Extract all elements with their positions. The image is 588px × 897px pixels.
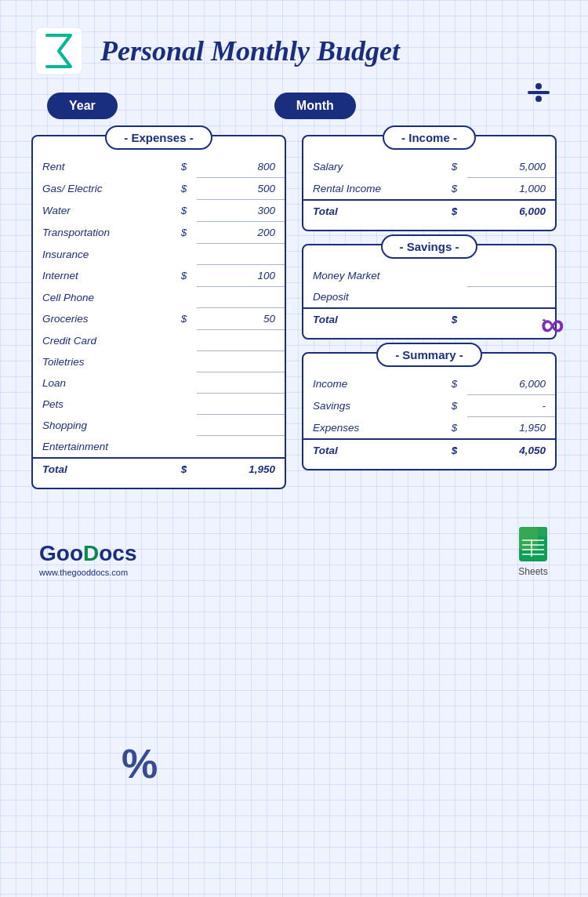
row-label: Deposit (303, 286, 442, 308)
row-amount: 1,950 (467, 417, 555, 440)
income-box: - Income - Salary $ 5,000 Rental Income … (302, 135, 557, 231)
row-dollar: $ (442, 395, 467, 417)
row-dollar (172, 372, 197, 394)
page: Personal Monthly Budget Year Month - Exp… (0, 0, 588, 897)
row-amount: 50 (197, 308, 285, 330)
row-label: Money Market (303, 265, 442, 286)
svg-rect-9 (522, 554, 544, 555)
row-dollar: $ (172, 178, 197, 200)
right-column: - Income - Salary $ 5,000 Rental Income … (302, 135, 557, 483)
row-dollar: $ (442, 373, 467, 395)
footer: GooDocs www.thegooddocs.com Sheets (31, 525, 557, 577)
table-row: Toiletries (33, 351, 285, 372)
row-amount: 6,000 (467, 373, 555, 395)
brand-url: www.thegooddocs.com (39, 568, 136, 577)
summary-table: Income $ 6,000 Savings $ - Expenses $ 1,… (303, 373, 555, 461)
row-amount (197, 436, 285, 458)
expenses-header: - Expenses - (33, 125, 285, 150)
row-label: Loan (33, 372, 172, 394)
savings-label: - Savings - (381, 234, 478, 259)
month-button[interactable]: Month (274, 93, 356, 119)
total-row: Total $ - (303, 308, 555, 330)
total-label: Total (303, 200, 442, 222)
brand-ocs: ocs (99, 541, 136, 565)
row-amount: 500 (197, 178, 285, 200)
main-content: - Expenses - Rent $ 800 Gas/ Electric $ … (31, 135, 557, 502)
sigma-icon (31, 24, 86, 78)
expenses-label: - Expenses - (105, 125, 212, 150)
income-table: Salary $ 5,000 Rental Income $ 1,000 Tot… (303, 156, 555, 222)
row-dollar: $ (172, 156, 197, 178)
brand-goo: Goo (39, 541, 83, 565)
savings-table: Money Market Deposit Total $ - (303, 265, 555, 330)
row-dollar (442, 265, 467, 286)
svg-rect-8 (522, 549, 544, 550)
summary-box: - Summary - Income $ 6,000 Savings $ - E… (302, 352, 557, 470)
row-amount: 300 (197, 200, 285, 222)
total-dollar: $ (442, 439, 467, 461)
row-amount (197, 372, 285, 394)
row-dollar: $ (442, 156, 467, 178)
row-dollar: $ (172, 308, 197, 330)
total-label: Total (303, 439, 442, 461)
table-row: Money Market (303, 265, 555, 286)
svg-rect-6 (522, 539, 544, 541)
table-row: Loan (33, 372, 285, 394)
row-amount (467, 265, 555, 286)
row-dollar (172, 415, 197, 436)
total-amount: 6,000 (467, 200, 555, 222)
sheets-badge: Sheets (517, 525, 549, 577)
row-label: Rent (33, 156, 172, 178)
row-label: Rental Income (303, 178, 442, 201)
footer-brand: GooDocs www.thegooddocs.com (39, 541, 136, 577)
savings-header: - Savings - (303, 234, 555, 259)
table-row: Transportation $ 200 (33, 222, 285, 244)
row-dollar: $ (442, 178, 467, 201)
row-label: Internet (33, 265, 172, 287)
table-row: Shopping (33, 415, 285, 436)
total-dollar: $ (442, 200, 467, 222)
total-row: Total $ 6,000 (303, 200, 555, 222)
row-label: Credit Card (33, 330, 172, 351)
total-label: Total (303, 308, 442, 330)
svg-rect-7 (522, 544, 544, 546)
row-label: Entertainment (33, 436, 172, 458)
period-row: Year Month (31, 93, 557, 119)
row-dollar (172, 287, 197, 308)
table-row: Expenses $ 1,950 (303, 417, 555, 440)
row-dollar (172, 351, 197, 372)
brand-logo: GooDocs (39, 541, 136, 566)
table-row: Income $ 6,000 (303, 373, 555, 395)
table-row: Cell Phone (33, 287, 285, 308)
row-label: Expenses (303, 417, 442, 440)
summary-header: - Summary - (303, 343, 555, 367)
svg-rect-10 (531, 539, 532, 557)
svg-rect-11 (538, 527, 547, 536)
table-row: Salary $ 5,000 (303, 156, 555, 178)
svg-point-1 (535, 83, 542, 89)
row-label: Pets (33, 394, 172, 415)
header: Personal Monthly Budget (31, 24, 557, 78)
table-row: Entertainment (33, 436, 285, 458)
total-amount: 4,050 (467, 439, 555, 461)
savings-box: - Savings - Money Market Deposit Total $… (302, 244, 557, 340)
row-amount: 200 (197, 222, 285, 244)
table-row: Internet $ 100 (33, 265, 285, 287)
year-button[interactable]: Year (47, 93, 118, 119)
expenses-box: - Expenses - Rent $ 800 Gas/ Electric $ … (31, 135, 286, 489)
table-row: Rent $ 800 (33, 156, 285, 178)
row-label: Salary (303, 156, 442, 178)
row-amount (197, 244, 285, 265)
row-amount (197, 330, 285, 351)
row-dollar: $ (442, 417, 467, 440)
row-label: Groceries (33, 308, 172, 330)
row-dollar: $ (172, 200, 197, 222)
row-label: Savings (303, 395, 442, 417)
row-amount: - (467, 395, 555, 417)
sheets-icon-svg (517, 525, 549, 563)
row-amount (197, 394, 285, 415)
brand-d: D (83, 541, 99, 565)
row-amount: 800 (197, 156, 285, 178)
row-dollar (442, 286, 467, 308)
table-row: Insurance (33, 244, 285, 265)
